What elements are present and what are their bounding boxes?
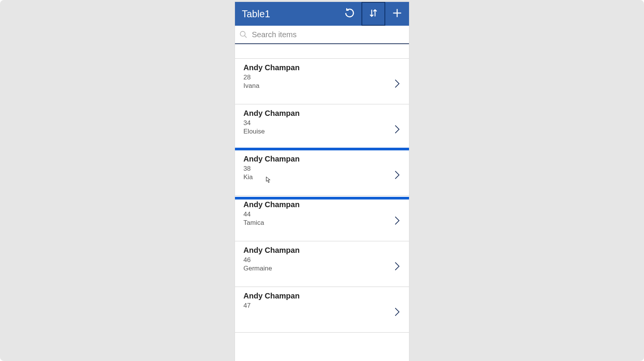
chevron-right-icon xyxy=(394,215,401,226)
list-item-line2: 28 xyxy=(243,74,394,81)
items-list: Andy Champan 28 Ivana Andy Champan 34 El… xyxy=(235,59,409,333)
list-item-line3: Elouise xyxy=(243,128,394,135)
chevron-right-icon xyxy=(394,169,401,181)
sort-icon xyxy=(368,7,378,20)
list-item-title: Andy Champan xyxy=(243,63,394,72)
list-item-line2: 38 xyxy=(243,165,394,173)
list-item[interactable]: Andy Champan 28 Ivana xyxy=(235,59,409,104)
search-input[interactable] xyxy=(252,30,405,39)
list-item-title: Andy Champan xyxy=(243,246,394,255)
search-icon xyxy=(239,30,248,39)
chevron-right-icon xyxy=(394,306,401,318)
plus-icon xyxy=(392,8,402,20)
list-item-line2: 34 xyxy=(243,119,394,127)
list-item-line3: Ivana xyxy=(243,82,394,90)
add-button[interactable] xyxy=(385,2,409,26)
list-item-line3: Kia xyxy=(243,173,394,181)
refresh-button[interactable] xyxy=(338,2,361,26)
app-stage: Table1 xyxy=(0,0,644,361)
list-item-content: Andy Champan 46 Germaine xyxy=(243,246,394,272)
list-item-line2: 46 xyxy=(243,256,394,264)
list-item-content: Andy Champan 44 Tamica xyxy=(243,200,394,227)
list-item[interactable]: Andy Champan 46 Germaine xyxy=(235,241,409,287)
list-item-content: Andy Champan 28 Ivana xyxy=(243,63,394,90)
app-viewport: Table1 xyxy=(235,2,409,361)
search-bar xyxy=(235,26,409,44)
list-header-gap xyxy=(235,44,409,59)
refresh-icon xyxy=(344,7,355,20)
chevron-right-icon xyxy=(394,78,401,89)
list-item-title: Andy Champan xyxy=(243,155,394,163)
list-item[interactable]: Andy Champan 44 Tamica xyxy=(235,196,409,241)
header-title: Table1 xyxy=(235,8,338,20)
sort-button[interactable] xyxy=(361,2,385,26)
list-item-content: Andy Champan 47 xyxy=(243,292,394,310)
list-item-title: Andy Champan xyxy=(243,109,394,118)
app-header: Table1 xyxy=(235,2,409,26)
list-item-line3: Germaine xyxy=(243,265,394,272)
list-item[interactable]: Andy Champan 47 xyxy=(235,287,409,333)
list-item-content: Andy Champan 34 Elouise xyxy=(243,109,394,135)
chevron-right-icon xyxy=(394,260,401,272)
chevron-right-icon xyxy=(394,124,401,135)
list-item-title: Andy Champan xyxy=(243,292,394,300)
list-item[interactable]: Andy Champan 34 Elouise xyxy=(235,104,409,150)
list-item-line2: 44 xyxy=(243,211,394,218)
list-item-line3: Tamica xyxy=(243,219,394,227)
list-item-title: Andy Champan xyxy=(243,200,394,209)
list-item[interactable]: Andy Champan 38 Kia xyxy=(235,150,409,196)
svg-point-4 xyxy=(240,31,245,36)
list-item-content: Andy Champan 38 Kia xyxy=(243,155,394,181)
list-item-line2: 47 xyxy=(243,302,394,310)
svg-line-5 xyxy=(245,36,247,38)
